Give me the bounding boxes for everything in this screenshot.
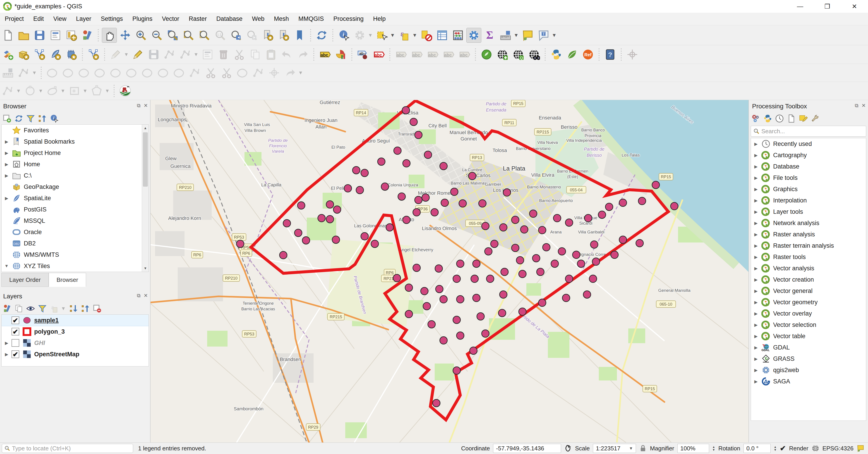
- highlight-labels-button[interactable]: [371, 47, 386, 62]
- add-group-button[interactable]: [13, 303, 24, 314]
- plugin-builder-button[interactable]: [565, 47, 580, 62]
- open-attribute-table-button[interactable]: [435, 28, 450, 43]
- collapse-all-layers-button[interactable]: [80, 303, 91, 314]
- style-manager-button[interactable]: [80, 28, 95, 43]
- models-button[interactable]: [751, 113, 761, 124]
- browser-item-xyz-tiles[interactable]: ▼XYZ Tiles: [2, 260, 149, 272]
- expand-arrow-icon[interactable]: ▶: [751, 288, 761, 294]
- toolbox-group-vector-general[interactable]: ▶Vector general: [751, 285, 866, 297]
- extents-icon[interactable]: [564, 445, 572, 452]
- mmqgis-search-button[interactable]: [511, 47, 526, 62]
- expand-arrow-icon[interactable]: ▶: [2, 139, 11, 144]
- browser-float-icon[interactable]: ⧉: [137, 103, 141, 108]
- epsg-value[interactable]: EPSG:4326: [823, 445, 854, 452]
- expand-arrow-icon[interactable]: ▶: [751, 345, 761, 350]
- menu-processing[interactable]: Processing: [329, 13, 369, 25]
- browser-item-c-[interactable]: ▶C:\: [2, 170, 149, 181]
- current-edits-dropdown[interactable]: ▼: [124, 52, 129, 58]
- results-viewer-button[interactable]: [786, 113, 797, 124]
- layer-item-openstreetmap[interactable]: ▶✔OpenStreetMap: [2, 349, 149, 360]
- expand-arrow-icon[interactable]: ▶: [751, 141, 761, 147]
- toolbox-group-cartography[interactable]: ▶Cartography: [751, 150, 866, 161]
- measure-line-button[interactable]: [498, 28, 513, 43]
- toolbox-close-icon[interactable]: ✕: [862, 103, 866, 108]
- menu-mmqgis[interactable]: MMQGIS: [293, 13, 329, 25]
- expand-arrow-icon[interactable]: ▶: [751, 300, 761, 305]
- statistical-summary-button[interactable]: [482, 28, 497, 43]
- search-layers-button[interactable]: [527, 47, 541, 62]
- browser-item-wms-wmts[interactable]: WMS/WMTS: [2, 249, 149, 260]
- save-project-button[interactable]: [32, 28, 47, 43]
- expand-arrow-icon[interactable]: ▶: [751, 277, 761, 282]
- map-canvas[interactable]: RP14RP15RP11RP215RP15055-04RP13RP36055-0…: [151, 100, 748, 443]
- run-feature-action-dropdown[interactable]: ▼: [368, 32, 373, 38]
- expand-arrow-icon[interactable]: ▶: [751, 153, 761, 158]
- new-shapefile-layer-button[interactable]: [32, 47, 47, 62]
- rotation-spin-arrows[interactable]: ▲▼: [774, 445, 777, 451]
- menu-settings[interactable]: Settings: [96, 13, 128, 25]
- expand-arrow-icon[interactable]: ▶: [751, 266, 761, 271]
- data-source-manager-button[interactable]: [0, 47, 16, 62]
- layer-checkbox[interactable]: ✔: [11, 317, 19, 324]
- toolbox-group-vector-table[interactable]: ▶Vector table: [751, 330, 866, 342]
- toolbox-search-input[interactable]: Search...: [751, 126, 866, 137]
- filter-legend-button[interactable]: [37, 303, 48, 314]
- browser-item-favorites[interactable]: Favorites: [2, 125, 149, 136]
- layers-float-icon[interactable]: ⧉: [137, 293, 141, 299]
- menu-web[interactable]: Web: [247, 13, 269, 25]
- layer-item-ghi[interactable]: ▶GHI: [2, 337, 149, 349]
- toolbox-group-qgis2web[interactable]: ▶qgis2web: [751, 364, 866, 376]
- text-annotation-dropdown[interactable]: ▼: [552, 32, 557, 38]
- open-layer-styling-button[interactable]: [2, 303, 12, 314]
- browser-item-postgis[interactable]: PostGIS: [2, 204, 149, 215]
- circular-string-dropdown[interactable]: ▼: [16, 88, 21, 94]
- text-annotation-button[interactable]: [536, 28, 551, 43]
- regular-polygon-dropdown[interactable]: ▼: [104, 88, 110, 94]
- browser-item-db2[interactable]: DB2: [2, 238, 149, 249]
- pan-map-button[interactable]: [102, 28, 117, 43]
- new-spatial-bookmark-button[interactable]: [260, 28, 275, 43]
- scale-combobox[interactable]: 1:223517▼: [593, 444, 636, 453]
- show-bookmark-manager-button[interactable]: [292, 28, 307, 43]
- refresh-browser-button[interactable]: [13, 113, 24, 124]
- serval-plugin-button[interactable]: [118, 84, 133, 98]
- manage-map-themes-button[interactable]: [25, 303, 36, 314]
- toolbox-group-raster-analysis[interactable]: ▶Raster analysis: [751, 229, 866, 240]
- ellipse-dropdown[interactable]: ▼: [60, 88, 66, 94]
- expand-arrow-icon[interactable]: ▶: [751, 334, 761, 339]
- toolbox-group-recently-used[interactable]: ▶Recently used: [751, 138, 866, 150]
- deselect-all-button[interactable]: [419, 28, 434, 43]
- new-geopackage-layer-button[interactable]: [16, 47, 31, 62]
- expand-arrow-icon[interactable]: ▶: [751, 232, 761, 237]
- open-project-button[interactable]: [16, 28, 31, 43]
- toolbox-group-grass[interactable]: ▶GRASS: [751, 353, 866, 364]
- expand-arrow-icon[interactable]: ▶: [751, 379, 761, 384]
- map-tips-button[interactable]: [520, 28, 535, 43]
- layers-close-icon[interactable]: ✕: [144, 293, 148, 299]
- ref-functions-button[interactable]: [581, 47, 595, 62]
- layer-checkbox[interactable]: [11, 339, 19, 347]
- menu-raster[interactable]: Raster: [184, 13, 212, 25]
- menu-layer[interactable]: Layer: [71, 13, 96, 25]
- browser-item-spatial-bookmarks[interactable]: ▶Spatial Bookmarks: [2, 136, 149, 147]
- select-features-button[interactable]: [374, 28, 390, 43]
- expand-arrow-icon[interactable]: ▶: [2, 352, 11, 357]
- menu-edit[interactable]: Edit: [29, 13, 49, 25]
- locator-input[interactable]: Type to locate (Ctrl+K): [2, 444, 133, 453]
- toolbox-group-raster-tools[interactable]: ▶Raster tools: [751, 251, 866, 263]
- filter-by-expression-dropdown[interactable]: ▼: [61, 305, 66, 312]
- python-processing-button[interactable]: [763, 113, 773, 124]
- layer-labeling-button[interactable]: [317, 47, 332, 62]
- browser-close-icon[interactable]: ✕: [144, 103, 148, 108]
- toolbox-group-vector-analysis[interactable]: ▶Vector analysis: [751, 263, 866, 274]
- trim-extend-dropdown[interactable]: ▼: [298, 70, 303, 76]
- new-print-layout-button[interactable]: [48, 28, 63, 43]
- render-checkbox[interactable]: ✔: [780, 444, 786, 453]
- new-virtual-layer-button[interactable]: [64, 47, 79, 62]
- expand-arrow-icon[interactable]: ▶: [751, 322, 761, 328]
- expand-arrow-icon[interactable]: ▶: [2, 196, 11, 201]
- expand-arrow-icon[interactable]: ▶: [751, 221, 761, 226]
- menu-view[interactable]: View: [49, 13, 71, 25]
- expand-all-layers-button[interactable]: [68, 303, 79, 314]
- show-layout-manager-button[interactable]: [64, 28, 79, 43]
